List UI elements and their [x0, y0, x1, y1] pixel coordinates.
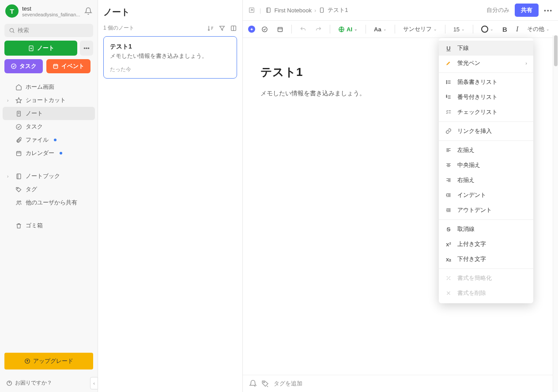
more-formatting-button[interactable]: その他 ⌄ [524, 23, 552, 35]
redo-icon[interactable] [313, 24, 324, 34]
menu-subscript[interactable]: x₂下付き文字 [439, 252, 533, 267]
more-icon[interactable]: ••• [544, 7, 553, 14]
breadcrumb-notebook[interactable]: First Notebook [274, 7, 312, 14]
new-note-button[interactable]: ノート [4, 41, 77, 56]
sort-icon[interactable] [207, 25, 214, 32]
note-card[interactable]: テスト1 メモしたい情報を書き込みましょう。 たった今 [103, 36, 237, 79]
menu-strike[interactable]: S取消線 [439, 222, 533, 237]
globe-icon [338, 26, 345, 33]
search-input[interactable]: 検索 [4, 24, 93, 37]
nav-shared[interactable]: 他のユーザから共有 [3, 196, 95, 209]
nav-tasks-label: タスク [26, 123, 43, 131]
menu-superscript[interactable]: x²上付き文字 [439, 237, 533, 252]
svg-point-18 [262, 26, 267, 31]
editor-topbar: | First Notebook › テスト1 自分のみ 共有 ••• [243, 0, 558, 21]
nav-home[interactable]: ホーム画面 [3, 80, 95, 94]
menu-align-center[interactable]: 中央揃え [439, 158, 533, 173]
svg-marker-4 [16, 98, 22, 103]
menu-align-left[interactable]: 左揃え [439, 143, 533, 158]
heading-button[interactable]: Aa ⌄ [371, 24, 389, 34]
reminder-icon[interactable] [249, 380, 257, 388]
breadcrumb-note[interactable]: テスト1 [328, 6, 348, 14]
task-toggle-icon[interactable] [259, 24, 271, 34]
calendar-icon [15, 150, 22, 157]
note-list-panel: ノート 1 個のノート テスト1 メモしたい情報を書き込みましょう。 たった今 [98, 0, 243, 392]
color-circle-icon [481, 26, 488, 33]
share-button[interactable]: 共有 [515, 4, 539, 17]
scrollbar[interactable] [553, 35, 558, 392]
note-list-title: ノート [103, 6, 130, 18]
menu-simplify: 書式を簡略化 [439, 271, 533, 286]
highlight-icon [445, 60, 452, 66]
undo-icon[interactable] [297, 24, 309, 34]
collapse-sidebar-button[interactable]: ‹ [90, 377, 98, 389]
checklist-icon [445, 109, 452, 115]
strike-icon: S [445, 226, 452, 233]
editor-footer: タグを追加 [243, 375, 558, 392]
nav-files[interactable]: ファイル [3, 133, 95, 147]
menu-checklist[interactable]: チェックリスト [439, 105, 533, 120]
menu-bullet-list[interactable]: 箇条書きリスト [439, 75, 533, 90]
upgrade-button[interactable]: アップグレード [4, 353, 93, 369]
new-note-label: ノート [37, 44, 54, 52]
nav-shortcuts[interactable]: › ショートカット [3, 94, 95, 107]
menu-outdent[interactable]: アウトデント [439, 203, 533, 218]
help-label: お困りですか？ [15, 379, 52, 387]
nav-calendar[interactable]: カレンダー [3, 147, 95, 160]
nav-notebooks-label: ノートブック [26, 172, 60, 180]
nav-notes-label: ノート [26, 109, 43, 117]
italic-button[interactable]: I [513, 23, 521, 35]
insert-icon[interactable]: ✦ [248, 26, 255, 33]
nav-shared-label: 他のユーザから共有 [26, 199, 77, 207]
nav-notes[interactable]: ノート [3, 107, 95, 120]
font-color-button[interactable]: ⌄ [479, 24, 496, 34]
notebook-icon [15, 173, 22, 180]
expand-icon[interactable] [248, 7, 255, 14]
nav-tags-label: タグ [26, 185, 37, 193]
user-email: sevendeadlysins_fallinan... [22, 12, 81, 17]
font-size-button[interactable]: 15 ⌄ [451, 24, 468, 34]
superscript-icon: x² [445, 241, 452, 248]
link-icon [445, 128, 452, 134]
new-event-button[interactable]: イベント [46, 59, 90, 73]
filter-icon[interactable] [219, 25, 226, 32]
svg-rect-19 [278, 27, 283, 31]
tag-placeholder[interactable]: タグを追加 [274, 380, 302, 388]
menu-highlight[interactable]: 蛍光ペン› [439, 56, 533, 71]
attachment-icon [15, 137, 22, 143]
font-family-button[interactable]: サンセリフ ⌄ [400, 23, 440, 35]
bold-button[interactable]: B [500, 24, 510, 35]
nav-notebooks[interactable]: › ノートブック [3, 170, 95, 183]
nav-trash[interactable]: ゴミ箱 [3, 219, 95, 232]
menu-underline[interactable]: U下線 [439, 41, 533, 56]
chevron-right-icon: › [525, 60, 527, 66]
calendar-toggle-icon[interactable] [274, 24, 286, 34]
menu-indent[interactable]: インデント [439, 188, 533, 203]
menu-numbered-list[interactable]: 12番号付きリスト [439, 90, 533, 105]
nav-files-label: ファイル [26, 136, 49, 144]
note-plus-icon [28, 45, 34, 52]
editor-panel: | First Notebook › テスト1 自分のみ 共有 ••• ✦ AI… [243, 0, 558, 392]
menu-align-right[interactable]: 右揃え [439, 173, 533, 188]
nav-tasks[interactable]: タスク [3, 120, 95, 133]
new-note-more-button[interactable]: ••• [80, 41, 93, 56]
align-left-icon [445, 147, 452, 153]
bell-icon[interactable] [84, 7, 92, 15]
new-task-button[interactable]: タスク [4, 59, 43, 73]
menu-link[interactable]: リンクを挿入 [439, 124, 533, 139]
nav-tags[interactable]: タグ [3, 183, 95, 196]
ai-button[interactable]: AI⌄ [336, 24, 360, 34]
menu-clear-format: 書式を削除 [439, 286, 533, 301]
add-tag-icon[interactable] [261, 380, 269, 388]
check-circle-icon [11, 63, 17, 69]
user-header[interactable]: T test sevendeadlysins_fallinan... [0, 0, 98, 20]
search-placeholder: 検索 [18, 26, 29, 34]
svg-point-24 [446, 83, 447, 84]
help-link[interactable]: お困りですか？ [0, 374, 98, 392]
note-card-time: たった今 [110, 66, 230, 73]
scrollbar-thumb[interactable] [554, 35, 558, 66]
visibility-label[interactable]: 自分のみ [486, 6, 509, 14]
user-name: test [22, 5, 81, 12]
view-toggle-icon[interactable] [230, 25, 237, 32]
svg-rect-17 [320, 8, 324, 13]
